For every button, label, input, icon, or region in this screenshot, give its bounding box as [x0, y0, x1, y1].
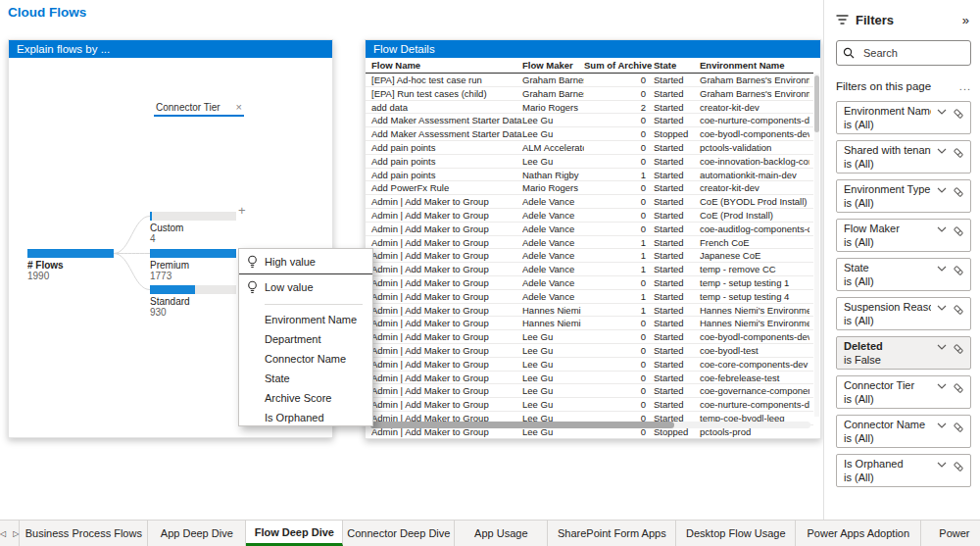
- table-row[interactable]: Add PowerFx RuleMario Rogers0Startedcrea…: [366, 181, 813, 195]
- chevron-down-icon[interactable]: [937, 187, 947, 193]
- filter-card-environment-type[interactable]: Environment Typeis (All): [836, 179, 971, 213]
- filter-card-connector-name[interactable]: Connector Nameis (All): [836, 415, 971, 448]
- filter-card-connector-tier[interactable]: Connector Tieris (All): [836, 375, 971, 409]
- table-row[interactable]: [EPA] Run test cases (child)Graham Barne…: [366, 87, 813, 101]
- tab-app-usage[interactable]: App Usage: [455, 521, 548, 546]
- chevron-down-icon[interactable]: [937, 226, 947, 232]
- tab-app-deep-dive[interactable]: App Deep Dive: [148, 521, 246, 546]
- clear-filter-icon[interactable]: [953, 422, 964, 433]
- remove-dimension-icon[interactable]: ×: [234, 101, 244, 113]
- tree-node[interactable]: Standard930: [150, 285, 248, 318]
- filter-card-shared-with-tenant[interactable]: Shared with tenantis (All): [836, 140, 971, 174]
- table-row[interactable]: Admin | Add Maker to GroupAdele Vance0St…: [366, 195, 813, 209]
- filter-card-state[interactable]: Stateis (All): [836, 258, 971, 291]
- table-row[interactable]: Admin | Add Maker to GroupLee Gu0Started…: [366, 398, 813, 412]
- column-header[interactable]: Flow Name: [371, 58, 522, 73]
- filter-card-suspension-reason[interactable]: Suspension Reasonis (All): [836, 297, 971, 330]
- table-row[interactable]: Admin | Add Maker to GroupAdele Vance0St…: [366, 276, 813, 290]
- clear-filter-icon[interactable]: [953, 343, 964, 355]
- menu-item-label: Department: [265, 333, 320, 345]
- chevron-down-icon[interactable]: [937, 344, 947, 350]
- table-vertical-scrollbar[interactable]: [814, 74, 819, 417]
- table-row[interactable]: Add Maker Assessment Starter DataLee Gu0…: [366, 127, 813, 141]
- cell-flow-name: Add pain points: [371, 169, 522, 181]
- menu-item[interactable]: State: [239, 369, 372, 388]
- clear-filter-icon[interactable]: [953, 461, 964, 472]
- table-row[interactable]: Admin | Add Maker to GroupAdele Vance1St…: [366, 236, 813, 250]
- menu-item[interactable]: Department: [239, 329, 372, 349]
- tab-power[interactable]: Power: [921, 521, 980, 546]
- tab-power-apps-adoption[interactable]: Power Apps Adoption: [796, 521, 921, 546]
- cell-flow-maker: Hannes Niemi: [522, 317, 584, 329]
- menu-item[interactable]: High value: [239, 250, 372, 274]
- table-row[interactable]: Admin | Add Maker to GroupAdele Vance1St…: [366, 249, 813, 263]
- table-row[interactable]: add dataMario Rogers2Startedcreator-kit-…: [366, 101, 813, 115]
- horizontal-scroll-thumb[interactable]: [370, 422, 674, 428]
- more-options-icon[interactable]: ...: [959, 80, 971, 92]
- clear-filter-icon[interactable]: [953, 265, 964, 276]
- table-row[interactable]: Add Maker Assessment Starter DataLee Gu0…: [366, 114, 813, 127]
- clear-filter-icon[interactable]: [953, 147, 964, 159]
- table-row[interactable]: Admin | Add Maker to GroupLee Gu0Started…: [366, 358, 813, 372]
- tree-node[interactable]: Premium1773: [150, 249, 248, 281]
- chevron-down-icon[interactable]: [937, 383, 947, 389]
- chevron-down-icon[interactable]: [937, 266, 947, 272]
- table-row[interactable]: Add pain pointsALM Accelerator0Startedpc…: [366, 141, 813, 155]
- filter-card-is-orphaned[interactable]: Is Orphanedis (All): [836, 454, 971, 487]
- table-row[interactable]: Admin | Add Maker to GroupLee Gu0Started…: [366, 330, 813, 344]
- menu-item[interactable]: Environment Name: [239, 310, 372, 329]
- clear-filter-icon[interactable]: [953, 382, 964, 394]
- tree-root-node[interactable]: # Flows 1990: [27, 249, 125, 281]
- tree-dimension-pill[interactable]: Connector Tier ×: [154, 99, 244, 117]
- table-row[interactable]: [EPA] Ad-hoc test case runGraham Barnes0…: [366, 74, 813, 87]
- clear-filter-icon[interactable]: [953, 225, 964, 237]
- chevron-down-icon[interactable]: [937, 148, 947, 154]
- tab-sharepoint-form-apps[interactable]: SharePoint Form Apps: [548, 521, 676, 546]
- root-bar: [27, 249, 114, 258]
- table-row[interactable]: Admin | Add Maker to GroupHannes Niemi0S…: [366, 317, 813, 330]
- table-row[interactable]: Admin | Add Maker to GroupLee Gu0Started…: [366, 384, 813, 398]
- table-row[interactable]: Admin | Add Maker to GroupLee Gu0Started…: [366, 372, 813, 385]
- table-row[interactable]: Admin | Add Maker to GroupLee Gu0Started…: [366, 344, 813, 358]
- tab-desktop-flow-usage[interactable]: Desktop Flow Usage: [676, 521, 796, 546]
- menu-item[interactable]: Connector Name: [239, 349, 372, 369]
- clear-filter-icon[interactable]: [953, 186, 964, 198]
- filter-card-environment-name[interactable]: Environment Nameis (All): [836, 101, 971, 134]
- tab-business-process-flows[interactable]: Business Process Flows: [20, 521, 148, 546]
- table-row[interactable]: Admin | Add Maker to GroupAdele Vance1St…: [366, 263, 813, 276]
- column-header[interactable]: State: [654, 58, 700, 73]
- column-header[interactable]: Environment Name: [700, 58, 809, 73]
- prev-page-icon[interactable]: ◁: [0, 529, 6, 538]
- table-row[interactable]: Add pain pointsLee Gu0Startedcoe-innovat…: [366, 155, 813, 169]
- table-header-row[interactable]: Flow NameFlow MakerSum of Archive ScoreS…: [366, 58, 813, 74]
- vertical-scroll-thumb[interactable]: [814, 75, 819, 132]
- chevron-down-icon[interactable]: [937, 422, 947, 428]
- menu-item[interactable]: Is Orphaned: [239, 408, 372, 427]
- clear-filter-icon[interactable]: [953, 304, 964, 316]
- tab-connector-deep-dive[interactable]: Connector Deep Dive: [343, 521, 455, 546]
- chevron-down-icon[interactable]: [937, 462, 947, 468]
- tab-flow-deep-dive[interactable]: Flow Deep Dive: [246, 521, 343, 546]
- cell-archive-score: 0: [584, 181, 654, 194]
- filter-card-deleted[interactable]: Deletedis False: [836, 336, 971, 370]
- chevron-down-icon[interactable]: [937, 305, 947, 311]
- chevron-down-icon[interactable]: [937, 109, 947, 115]
- column-header[interactable]: Flow Maker: [522, 58, 584, 73]
- table-row[interactable]: Admin | Add Maker to GroupHannes Niemi1S…: [366, 304, 813, 318]
- filter-card-flow-maker[interactable]: Flow Makeris (All): [836, 219, 971, 252]
- table-row[interactable]: Admin | Add Maker to GroupAdele Vance0St…: [366, 209, 813, 223]
- collapse-pane-icon[interactable]: »: [962, 13, 971, 27]
- filter-search-box[interactable]: [836, 40, 971, 66]
- menu-item[interactable]: Archive Score: [239, 388, 372, 408]
- table-row[interactable]: Add pain pointsNathan Rigby1Startedautom…: [366, 169, 813, 182]
- next-page-icon[interactable]: ▷: [13, 529, 19, 538]
- clear-filter-icon[interactable]: [953, 108, 964, 120]
- menu-item[interactable]: Low value: [239, 274, 372, 299]
- table-horizontal-scrollbar[interactable]: [370, 422, 810, 428]
- tree-node[interactable]: Custom4: [150, 212, 248, 244]
- table-row[interactable]: Admin | Add Maker to GroupAdele Vance1St…: [366, 290, 813, 304]
- column-header[interactable]: Sum of Archive Score: [584, 58, 654, 73]
- filter-search-input[interactable]: [861, 46, 959, 60]
- table-row[interactable]: Admin | Add Maker to GroupAdele Vance0St…: [366, 223, 813, 236]
- expand-node-icon[interactable]: +: [238, 204, 246, 217]
